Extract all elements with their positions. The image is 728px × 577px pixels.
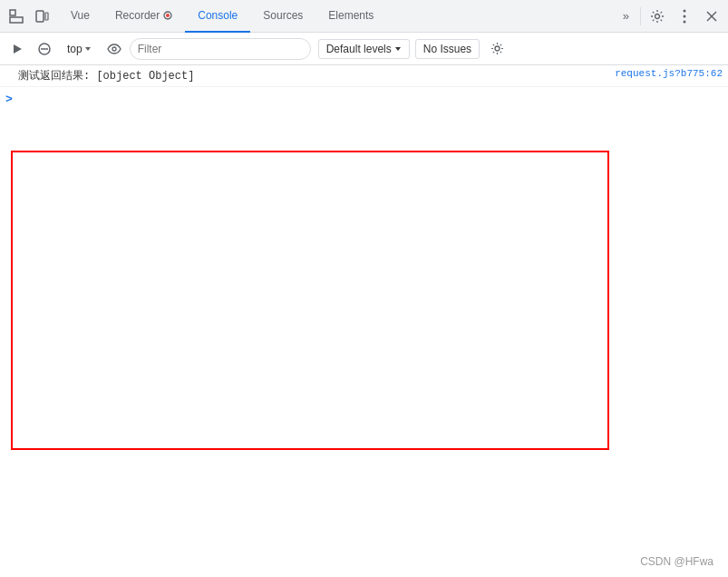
levels-btn[interactable]: Default levels: [318, 39, 410, 59]
tab-items: Vue Recorder Console Sources Elements: [58, 0, 386, 33]
tab-console[interactable]: Console: [185, 0, 250, 33]
more-icon: [683, 9, 686, 24]
watermark: CSDN @HFwa: [640, 555, 713, 568]
svg-point-6: [655, 14, 660, 18]
issues-label: No Issues: [423, 43, 471, 55]
console-main-area: 测试返回结果: [object Object] request.js?b775:…: [0, 65, 728, 577]
eye-icon: [107, 44, 121, 54]
svg-point-5: [166, 14, 170, 17]
play-btn[interactable]: [5, 37, 29, 61]
console-toolbar: top Default levels No Issues: [0, 33, 728, 65]
device-icon-btn[interactable]: [29, 4, 54, 29]
filter-input[interactable]: [130, 38, 311, 60]
close-icon-btn[interactable]: [699, 4, 724, 29]
console-log-line: 测试返回结果: [object Object] request.js?b775:…: [0, 65, 728, 87]
issues-btn[interactable]: No Issues: [415, 39, 480, 59]
toolbar-gear-icon: [490, 42, 504, 55]
block-btn[interactable]: [33, 37, 56, 61]
tab-bar-right: »: [616, 4, 724, 29]
svg-rect-0: [10, 10, 15, 15]
tab-recorder[interactable]: Recorder: [102, 0, 185, 33]
prompt-caret: >: [5, 93, 13, 106]
settings-icon-btn[interactable]: [645, 4, 670, 29]
context-arrow-icon: [84, 45, 92, 53]
tab-sources[interactable]: Sources: [250, 0, 315, 33]
overflow-btn[interactable]: »: [616, 5, 636, 26]
divider: [640, 7, 641, 25]
context-dropdown[interactable]: top: [60, 39, 99, 59]
block-icon: [38, 43, 51, 55]
tab-bar-left: [4, 4, 54, 29]
tab-elements[interactable]: Elements: [315, 0, 386, 33]
svg-point-7: [684, 9, 686, 12]
svg-rect-2: [36, 11, 44, 22]
toolbar-gear-btn[interactable]: [485, 37, 509, 61]
tab-vue[interactable]: Vue: [58, 0, 102, 33]
svg-point-14: [112, 47, 116, 51]
more-icon-btn[interactable]: [672, 4, 697, 29]
close-icon: [706, 11, 717, 22]
svg-point-15: [495, 46, 500, 51]
levels-label: Default levels: [326, 43, 392, 55]
levels-arrow-icon: [394, 45, 402, 53]
log-text: 测试返回结果: [object Object]: [18, 68, 615, 83]
settings-icon: [650, 9, 665, 24]
svg-rect-1: [10, 17, 23, 23]
log-source: request.js?b775:62: [615, 68, 723, 79]
console-prompt-line[interactable]: >: [0, 89, 728, 110]
eye-btn[interactable]: [102, 37, 126, 61]
play-icon: [11, 43, 24, 55]
context-label: top: [67, 43, 83, 55]
svg-rect-3: [45, 13, 48, 20]
tab-bar: Vue Recorder Console Sources Elements »: [0, 0, 728, 33]
inspect-icon-btn[interactable]: [4, 4, 29, 29]
svg-point-8: [684, 15, 686, 17]
annotation-red-box: [11, 151, 609, 450]
recorder-icon: [163, 11, 172, 20]
svg-point-9: [684, 20, 686, 23]
